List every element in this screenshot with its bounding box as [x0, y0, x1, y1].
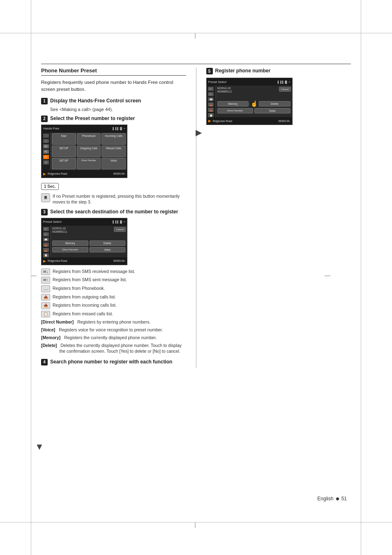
screen5-header-right: ▐ ▐▐ ▐▌ ≡ [277, 81, 291, 83]
step3-header: 3 Select the search destination of the n… [41, 208, 186, 215]
screen1-btn-direct[interactable]: Direct Number [77, 158, 101, 169]
screen5-memory-btn[interactable]: Memory [217, 101, 249, 106]
screen2-main: NDRNG-00 0426885111 Cancel Memory Delete… [51, 226, 127, 257]
phonebook-icon: 📖 [41, 285, 50, 292]
screen5-footer-num: 99999.99- [278, 120, 290, 123]
step2-header: 2 Select the Preset number to register [41, 115, 186, 122]
step5-label: Register phone number [215, 67, 271, 74]
screen5-icon-sms-recv: ✉↓ [208, 87, 214, 91]
screen5-direct-btn[interactable]: Direct Number [217, 108, 254, 113]
screen1-sidebar: 📞 ✉ P1 P2 P3 🔊 [42, 132, 51, 170]
direct-number-desc: Registers by entering phone numbers. [76, 319, 150, 325]
screen2-delete-btn[interactable]: Delete [90, 240, 126, 246]
screen2-icon-book: 📖 [43, 238, 49, 242]
one-sec-badge: 1 Sec. [41, 183, 59, 190]
footer-lang: English [317, 496, 333, 502]
screen1-btn-missed[interactable]: Missed Calls [101, 146, 126, 157]
voice-desc: Registers voice for voice recognition to… [58, 327, 163, 333]
voice-key: [Voice] [41, 327, 55, 333]
column-divider [196, 67, 196, 368]
screen1-icon-nav: 🔊 [43, 160, 49, 164]
direct-number-row: [Direct Number] Registers by entering ph… [41, 319, 186, 325]
screen2-header-right: ▐ ▐▐ ▐▌ ≡ [112, 220, 125, 223]
screen2-cancel-label[interactable]: Cancel [114, 227, 126, 232]
screen1-icon-p3: P3 [43, 155, 49, 159]
screen5-icon-sms-sent: ✉↑ [208, 92, 214, 96]
screen1-menu-icon: ≡ [124, 127, 125, 130]
screen1-btn-outgoing[interactable]: Outgoing Calls [77, 146, 101, 157]
screen2-direct-btn[interactable]: Direct Number [52, 247, 88, 252]
step3-label: Select the search destination of the num… [50, 208, 178, 215]
screen2-signal-icon: ▐▐ [115, 220, 118, 223]
screen1-icon-p2: P2 [43, 150, 49, 154]
screen1-btn-setup1[interactable]: SETUP [52, 146, 76, 157]
screen1-btn-voice[interactable]: Voice [101, 158, 126, 169]
screen2-icon-in: 📥 [43, 248, 49, 252]
screen2-icon-sms-sent: ✉↑ [43, 232, 49, 236]
screen5-cancel-btn[interactable]: Cancel [279, 87, 291, 92]
screen1-btn-phonebook[interactable]: Phonebook [77, 133, 101, 145]
screen5-header: Preset Select ▐ ▐▐ ▐▌ ≡ [207, 78, 292, 86]
step2-label: Select the Preset number to register [50, 115, 135, 122]
step5-num: 5 [206, 68, 213, 74]
direct-number-key: [Direct Number] [41, 319, 74, 325]
step1-label: Display the Hands-Free Control screen [50, 97, 141, 104]
screen1-header-left: Hands Free [43, 127, 59, 130]
screen2-header: Preset Select ▐ ▐▐ ▐▌ ≡ [42, 218, 127, 226]
screen5-icon-missed: 📋 [208, 113, 214, 117]
screen2-main-btns: Memory Delete [52, 240, 125, 246]
delete-key: [Delete] [41, 342, 57, 349]
screen1-time-icon: ▐ [112, 127, 114, 130]
step4-num: 4 [41, 359, 48, 365]
screen1-icon-sms: ✉ [43, 139, 49, 143]
screen1-icon-p1: P1 [43, 144, 49, 148]
one-sec-container: 1 Sec. [41, 181, 186, 192]
missed-desc: Registers from missed calls list. [53, 311, 113, 317]
step4-down-arrow: ▼ [35, 442, 44, 452]
outgoing-icon: 📤 [41, 294, 50, 301]
screen5-menu-icon: ≡ [289, 81, 291, 83]
screen5-main-btns: Memory ☝ Delete [217, 100, 291, 107]
right-column: 5 Register phone number Preset Select ▐ … [206, 67, 351, 368]
screen5-sidebar: ✉↓ ✉↑ 📖 📤 📥 📋 [207, 86, 216, 117]
screen5-body: ✉↓ ✉↑ 📖 📤 📥 📋 NDRNG-00 0426885111 [207, 86, 292, 117]
step1-num: 1 [41, 98, 48, 104]
screen1-signal-icon: ▐▐ [115, 127, 118, 130]
screen5-cancel-label[interactable]: Cancel [279, 87, 291, 92]
icon-row-outgoing: 📤 Registers from outgoing calls list. [41, 294, 186, 301]
screen5-icon-in: 📥 [208, 108, 214, 112]
screen1-main-grid: Navi Phonebook Incoming Calls SETUP Outg… [51, 132, 127, 170]
screen5-battery-icon: ▐▌ [284, 81, 288, 83]
screen1-btn-setup2[interactable]: SETUP [52, 158, 76, 169]
screen2-cancel-btn[interactable]: Cancel [114, 227, 126, 232]
screen1-footer: ▶ Ridgeview Road 99999.99- [42, 170, 127, 178]
screen2-memory-btn[interactable]: Memory [52, 240, 88, 246]
page-footer: English 51 [317, 496, 347, 502]
screen1-mock: Hands Free ▐ ▐▐ ▐▌ ≡ 📞 ✉ [41, 125, 127, 178]
voice-row: [Voice] Registers voice for voice recogn… [41, 327, 186, 333]
screen1-btn-incoming[interactable]: Incoming Calls [101, 133, 126, 145]
screen2-voice-btn[interactable]: Voice [90, 247, 126, 252]
screen5-cursor-icon: ☝ [251, 100, 258, 107]
icon-row-incoming: 📥 Registers from incoming calls list. [41, 302, 186, 309]
left-column: Phone Number Preset Registers frequently… [41, 67, 186, 368]
note-box: 🖹 If no Preset number is registered, pre… [41, 193, 186, 205]
screen2-battery-icon: ▐▌ [119, 220, 123, 223]
section-title: Phone Number Preset [41, 67, 186, 76]
sms-sent-desc: Registers from SMS sent message list. [53, 277, 127, 283]
outgoing-desc: Registers from outgoing calls list. [53, 294, 116, 300]
screen5-voice-btn[interactable]: Voice [254, 108, 291, 113]
screen2-mock: Preset Select ▐ ▐▐ ▐▌ ≡ ✉↓ ✉↑ [41, 218, 127, 265]
screen1-arrow: ▶ [43, 172, 46, 176]
step1-desc: See <Making a call> (page 44). [50, 107, 186, 112]
screen1-header-right: ▐ ▐▐ ▐▌ ≡ [112, 127, 125, 130]
screen5-secondary-btns: Direct Number Voice [217, 108, 291, 113]
screen2-header-left: Preset Select [43, 220, 62, 224]
screen5-mock: Preset Select ▐ ▐▐ ▐▌ ≡ ✉↓ ✉↑ [206, 78, 293, 125]
screen1-btn-navi[interactable]: Navi [52, 133, 76, 145]
screen1-icon-phone: 📞 [43, 134, 49, 138]
screen5-delete-btn[interactable]: Delete [259, 101, 291, 106]
screen2-sidebar: ✉↓ ✉↑ 📖 📤 📥 📋 [42, 226, 51, 257]
step5-header: 5 Register phone number [206, 67, 351, 74]
memory-row: [Memory] Registers the currently display… [41, 335, 186, 341]
